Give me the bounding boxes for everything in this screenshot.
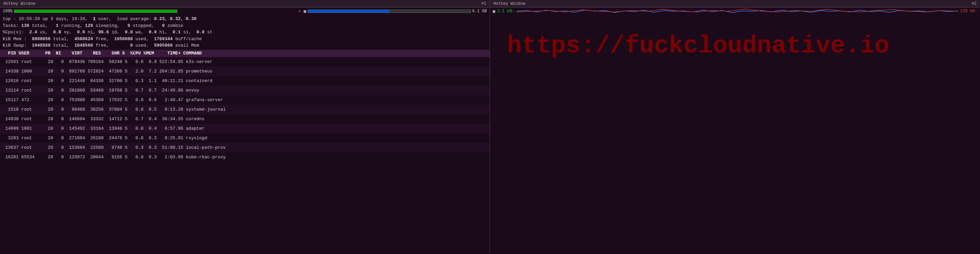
cpu-percent: 100% xyxy=(3,9,13,14)
left-hotkey-bar: Hotkey Window ⌘1 xyxy=(0,0,490,8)
net-icon: ▦ xyxy=(493,9,495,14)
left-hotkey-title: Hotkey Window xyxy=(3,2,35,6)
top-line-4: KiB Swap: 1048568 total, 1048568 free, 0… xyxy=(3,42,487,49)
table-row: 14838 root 20 0 146684 33332 14712 S 0.7… xyxy=(0,114,490,124)
screen: Hotkey Window ⌘1 100% ⚡ ▦ 6.1 GB top - 1… xyxy=(0,0,980,254)
table-body: 12561 root 20 0 878436 709164 58248 S 8.… xyxy=(0,57,490,254)
mem-progress-fill xyxy=(308,10,389,13)
table-row: 13114 root 20 0 201960 53468 19768 S 0.7… xyxy=(0,86,490,95)
table-row: 12561 root 20 0 878436 709164 58248 S 8.… xyxy=(0,57,490,67)
cpu-progress-bg xyxy=(14,10,177,13)
table-header-text: PID USER PR NI VIRT RES SHR S %CPU %MEM … xyxy=(3,51,202,56)
right-hotkey-shortcut: ⌘2 xyxy=(972,1,977,6)
cpu-progress-container xyxy=(14,10,296,13)
mem-value: 6.1 GB xyxy=(472,9,487,14)
table-row: 16281 65534 20 0 129972 20044 9156 S 0.0… xyxy=(0,153,490,162)
top-line-2: %Cpu(s): 2.4 us, 0.8 sy, 0.0 ni, 96.6 id… xyxy=(3,29,487,36)
table-row: 14099 1001 20 0 145492 33164 13948 S 0.0… xyxy=(0,124,490,133)
top-line-0: top - 16:55:20 up 3 days, 19:34, 1 user,… xyxy=(3,16,487,22)
table-row: 13637 root 20 0 133604 22560 9748 S 0.3 … xyxy=(0,143,490,153)
table-row: 12616 root 20 0 221448 84336 32700 S 0.3… xyxy=(0,76,490,86)
lightning-icon: ⚡ xyxy=(298,8,301,14)
table-row: 1518 root 20 0 88468 38256 37804 S 0.0 0… xyxy=(0,105,490,114)
cpu-progress-fill xyxy=(14,10,177,13)
sparkline-container xyxy=(517,8,958,14)
mem-progress-bg xyxy=(308,10,471,13)
right-status-bar: ▦ 2.1 kB↓ 139 kB↑ xyxy=(490,8,980,15)
top-info: top - 16:55:20 up 3 days, 19:34, 1 user,… xyxy=(0,15,490,50)
top-line-3: KiB Mem : 8008656 total, 4588624 free, 1… xyxy=(3,36,487,43)
table-row: 15117 472 20 0 753980 45360 17632 S 0.0 … xyxy=(0,95,490,105)
table-row: 3283 root 20 0 271084 26108 24476 S 0.0 … xyxy=(0,133,490,143)
mem-icon: ▦ xyxy=(304,9,306,14)
table-header: PID USER PR NI VIRT RES SHR S %CPU %MEM … xyxy=(0,50,490,57)
left-status-bar: 100% ⚡ ▦ 6.1 GB xyxy=(0,8,490,15)
upload-label: 139 kB↑ xyxy=(960,9,977,14)
right-hotkey-title: Hotkey Window xyxy=(493,2,525,6)
panel-right: Hotkey Window ⌘2 ▦ 2.1 kB↓ 139 kB↑ https… xyxy=(490,0,980,254)
sparkline-svg xyxy=(517,8,958,14)
right-content: https://fuckcloudnative.io xyxy=(490,15,980,254)
download-label: 2.1 kB↓ xyxy=(497,9,514,14)
left-hotkey-shortcut: ⌘1 xyxy=(482,1,486,6)
right-hotkey-bar: Hotkey Window ⌘2 xyxy=(490,0,980,8)
top-line-1: Tasks: 130 total, 1 running, 129 sleepin… xyxy=(3,22,487,29)
watermark: https://fuckcloudnative.io xyxy=(507,32,889,60)
table-row: 14338 1000 20 0 891768 572824 47260 S 2.… xyxy=(0,67,490,76)
panel-left: Hotkey Window ⌘1 100% ⚡ ▦ 6.1 GB top - 1… xyxy=(0,0,490,254)
